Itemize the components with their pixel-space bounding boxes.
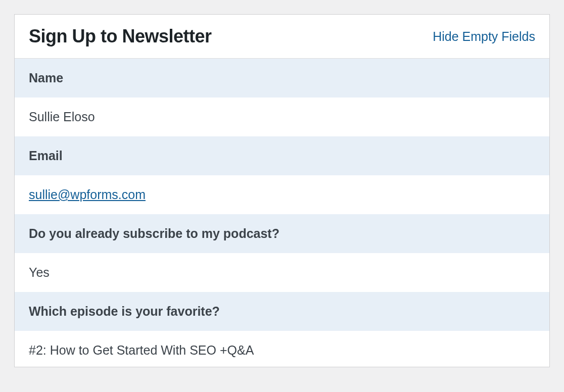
panel-header: Sign Up to Newsletter Hide Empty Fields: [15, 15, 549, 59]
field-label-podcast: Do you already subscribe to my podcast?: [15, 214, 549, 253]
field-value-name: Sullie Eloso: [15, 97, 549, 136]
entry-details-panel: Sign Up to Newsletter Hide Empty Fields …: [14, 14, 550, 367]
field-value-podcast: Yes: [15, 253, 549, 292]
panel-title: Sign Up to Newsletter: [29, 26, 212, 47]
field-value-email: sullie@wpforms.com: [15, 175, 549, 214]
email-link[interactable]: sullie@wpforms.com: [29, 187, 146, 202]
hide-empty-fields-link[interactable]: Hide Empty Fields: [433, 29, 535, 44]
field-value-favorite-episode: #2: How to Get Started With SEO +Q&A: [15, 331, 549, 367]
field-label-name: Name: [15, 59, 549, 97]
field-label-email: Email: [15, 136, 549, 175]
field-label-favorite-episode: Which episode is your favorite?: [15, 292, 549, 331]
